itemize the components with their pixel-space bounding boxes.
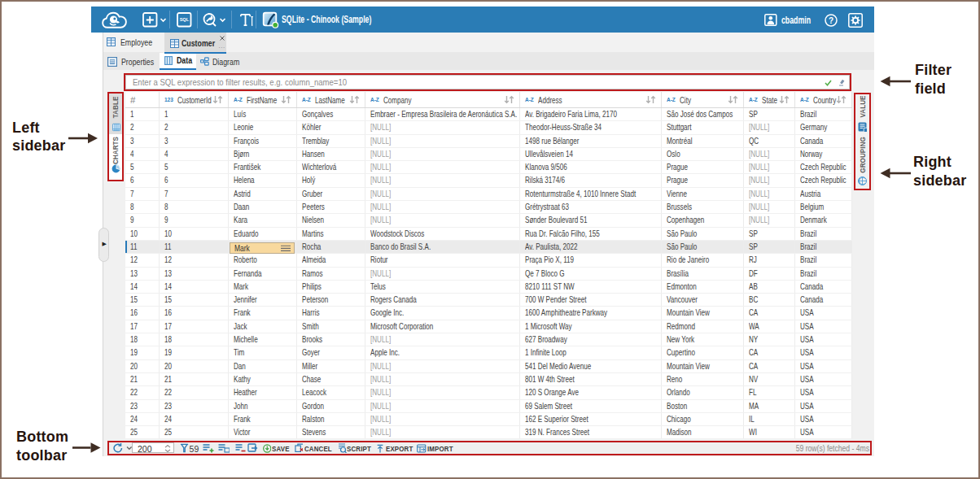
svg-text:?: ? <box>829 16 833 25</box>
svg-text:SQL: SQL <box>180 17 190 22</box>
